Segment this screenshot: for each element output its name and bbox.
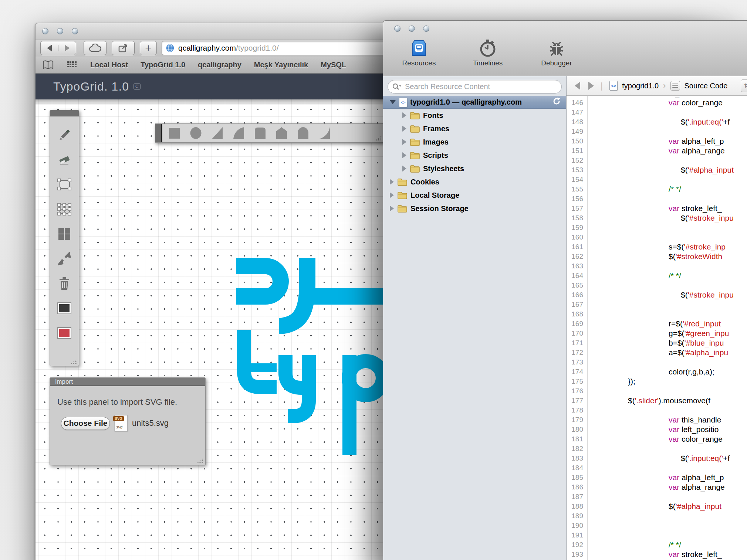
inspector-close-button[interactable] [394, 26, 400, 32]
import-panel-resize-grip[interactable] [197, 458, 203, 463]
line-number[interactable]: 169 [567, 319, 587, 329]
line-number[interactable]: 173 [567, 357, 587, 367]
line-number[interactable]: 179 [567, 415, 587, 425]
line-number[interactable]: 157 [567, 204, 587, 213]
line-number[interactable]: 171 [567, 338, 587, 348]
eraser-tool[interactable] [57, 152, 72, 167]
disclosure-closed-icon[interactable] [402, 139, 406, 145]
line-number[interactable]: 158 [567, 213, 587, 223]
scale-tool[interactable] [57, 251, 72, 266]
shapes-toolbar-resize-grip[interactable] [375, 135, 382, 140]
tab-resources[interactable]: Resources [397, 38, 441, 67]
line-number[interactable]: 182 [567, 444, 587, 454]
import-panel-header[interactable]: Import [50, 378, 205, 386]
breadcrumb-back-button[interactable] [575, 82, 580, 90]
line-number[interactable]: 178 [567, 405, 587, 415]
tree-item-cookies[interactable]: Cookies [383, 175, 566, 189]
pencil-tool[interactable] [57, 128, 72, 142]
shape-quarter-pie[interactable] [233, 127, 244, 139]
bookmark-typogrid[interactable]: TypoGrid 1.0 [141, 61, 185, 69]
line-number[interactable]: 181 [567, 434, 587, 444]
line-number[interactable]: 156 [567, 194, 587, 204]
line-number[interactable]: 155 [567, 184, 587, 194]
disclosure-closed-icon[interactable] [402, 126, 406, 132]
line-number[interactable]: 163 [567, 261, 587, 271]
line-number[interactable]: 168 [567, 309, 587, 319]
line-number[interactable]: 184 [567, 463, 587, 473]
line-number[interactable]: 148 [567, 117, 587, 127]
tree-root-typogrid[interactable]: <> typogrid1.0 — qcalligraphy.com [383, 96, 566, 109]
bookmark-mysql[interactable]: MySQL [321, 61, 346, 69]
shape-rounded-square[interactable] [254, 127, 266, 139]
disclosure-closed-icon[interactable] [402, 152, 406, 158]
shape-concave-curve[interactable] [319, 127, 330, 139]
line-number[interactable]: 192 [567, 540, 587, 550]
line-number[interactable]: 162 [567, 252, 587, 261]
inspector-titlebar[interactable]: Resources Timelines [383, 21, 747, 76]
line-number[interactable]: 190 [567, 521, 587, 530]
breadcrumb-file[interactable]: typogrid1.0 [622, 82, 659, 90]
line-number[interactable]: 152 [567, 156, 587, 165]
line-number[interactable]: 180 [567, 425, 587, 434]
line-number[interactable]: 165 [567, 281, 587, 290]
view-picker-button[interactable]: ⇅ [741, 79, 747, 92]
inspector-zoom-button[interactable] [423, 26, 429, 32]
fill-color-swatch[interactable] [57, 301, 72, 316]
line-number[interactable]: 147 [567, 108, 587, 117]
mesh-tool[interactable] [57, 202, 72, 217]
tree-item-session-storage[interactable]: Session Storage [383, 202, 566, 215]
line-number[interactable]: 183 [567, 454, 587, 463]
line-number[interactable]: 146 [567, 98, 587, 108]
quadrant-tool[interactable] [57, 227, 72, 241]
line-number[interactable]: 149 [567, 127, 587, 136]
tree-item-stylesheets[interactable]: Stylesheets [383, 162, 566, 175]
zoom-button[interactable] [72, 28, 78, 34]
tab-timelines[interactable]: Timelines [466, 38, 510, 67]
line-number[interactable]: 159 [567, 223, 587, 233]
choose-file-button[interactable]: Choose File [61, 417, 110, 430]
disclosure-closed-icon[interactable] [402, 166, 406, 172]
disclosure-closed-icon[interactable] [390, 179, 394, 185]
line-number[interactable]: 167 [567, 300, 587, 309]
line-number[interactable]: 191 [567, 530, 587, 540]
delete-tool[interactable] [57, 276, 72, 291]
line-number[interactable]: 151 [567, 146, 587, 156]
shape-circle[interactable] [190, 127, 202, 139]
line-number[interactable]: 185 [567, 473, 587, 482]
line-number[interactable]: 187 [567, 492, 587, 502]
line-number[interactable]: 189 [567, 511, 587, 521]
tab-debugger[interactable]: Debugger [535, 38, 578, 67]
line-number[interactable]: 188 [567, 502, 587, 511]
line-number[interactable]: 161 [567, 242, 587, 252]
line-number[interactable]: 164 [567, 271, 587, 281]
line-number[interactable]: 166 [567, 290, 587, 300]
icloud-button[interactable] [84, 41, 107, 55]
stroke-color-swatch[interactable] [57, 326, 72, 340]
inspector-minimize-button[interactable] [409, 26, 415, 32]
disclosure-closed-icon[interactable] [402, 112, 406, 118]
bookmark-local-host[interactable]: Local Host [90, 61, 128, 69]
shapes-toolbar-grip[interactable] [155, 124, 162, 142]
line-number[interactable]: 153 [567, 165, 587, 175]
source-code-view[interactable]: _.146var color_range147148$('.input:eq('… [567, 96, 747, 560]
bookmark-mesk-yayincilik[interactable]: Meşk Yayıncılık [254, 61, 308, 69]
line-number[interactable]: 172 [567, 348, 587, 357]
line-number[interactable]: 186 [567, 482, 587, 492]
shape-arch[interactable] [297, 127, 309, 139]
line-number[interactable]: 176 [567, 386, 587, 396]
breadcrumb-forward-button[interactable] [588, 82, 594, 90]
minimize-button[interactable] [57, 28, 63, 34]
transform-tool[interactable] [57, 177, 72, 192]
breadcrumb-view[interactable]: Source Code [685, 82, 728, 90]
tree-item-fonts[interactable]: Fonts [383, 109, 566, 122]
back-button[interactable] [41, 45, 58, 51]
disclosure-closed-icon[interactable] [390, 192, 394, 198]
reload-icon[interactable] [552, 97, 561, 108]
search-input[interactable] [404, 82, 557, 91]
line-number[interactable]: 193 [567, 550, 587, 559]
disclosure-open-icon[interactable] [390, 100, 396, 104]
disclosure-closed-icon[interactable] [390, 206, 394, 211]
bookmarks-book-button[interactable] [42, 60, 54, 70]
line-number[interactable]: 160 [567, 233, 587, 242]
tree-item-local-storage[interactable]: Local Storage [383, 189, 566, 202]
